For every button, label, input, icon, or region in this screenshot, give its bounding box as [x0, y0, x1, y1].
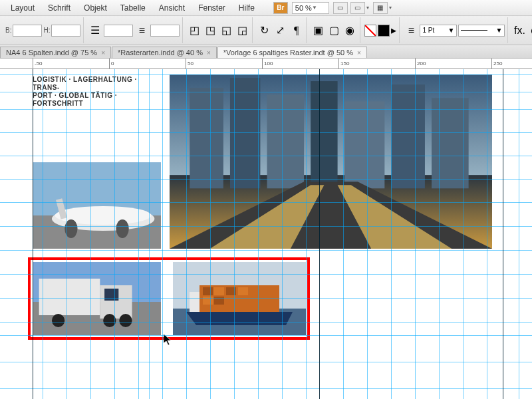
page-edge	[503, 69, 503, 399]
corner-tr-icon[interactable]: ◳	[203, 24, 217, 37]
h-label: H:	[43, 27, 50, 34]
ruler-horizontal[interactable]: -50050100150200250300	[0, 59, 532, 69]
guide-vertical[interactable]	[66, 69, 67, 399]
guide-horizontal[interactable]	[0, 202, 532, 203]
guide-horizontal[interactable]	[0, 335, 532, 336]
fill-none-swatch[interactable]	[364, 25, 376, 37]
guide-horizontal[interactable]	[0, 388, 532, 389]
guide-vertical[interactable]	[415, 69, 416, 399]
guide-vertical[interactable]	[114, 69, 115, 399]
svg-point-6	[116, 219, 128, 238]
view-mode-icon[interactable]: ▭	[333, 2, 348, 14]
guide-vertical[interactable]	[162, 69, 163, 399]
gutter-input[interactable]	[150, 25, 180, 37]
center-icon[interactable]: ◉	[342, 24, 357, 37]
menu-objekt[interactable]: Objekt	[77, 3, 114, 13]
guide-horizontal[interactable]	[0, 132, 532, 133]
menu-layout[interactable]: Layout	[4, 3, 41, 13]
guide-vertical[interactable]	[90, 69, 91, 399]
guide-horizontal[interactable]	[0, 156, 532, 156]
guide-vertical[interactable]	[282, 69, 283, 399]
close-icon[interactable]: ×	[101, 49, 105, 57]
close-icon[interactable]: ×	[357, 49, 361, 57]
align-icon[interactable]: ≡	[134, 24, 149, 37]
corner-tl-icon[interactable]: ◰	[187, 24, 201, 37]
guide-vertical[interactable]	[210, 69, 211, 399]
rotate-icon[interactable]: ↻	[257, 24, 271, 37]
tab-doc-2[interactable]: *Rasterarten.indd @ 40 %×	[112, 47, 217, 58]
guide-horizontal[interactable]	[0, 226, 532, 227]
guide-horizontal[interactable]	[0, 298, 532, 299]
width-input[interactable]	[13, 25, 42, 37]
tab-doc-1[interactable]: NA4 6 Spalten.indd @ 75 %×	[0, 47, 111, 58]
svg-rect-9	[190, 88, 223, 188]
svg-rect-12	[311, 81, 337, 188]
guide-vertical[interactable]	[234, 69, 235, 399]
menu-schrift[interactable]: Schrift	[41, 3, 77, 13]
menu-fenster[interactable]: Fenster	[192, 3, 232, 13]
corner-bl-icon[interactable]: ◱	[219, 24, 233, 37]
guide-vertical[interactable]	[138, 69, 139, 399]
paragraph-icon[interactable]: ¶	[289, 24, 303, 37]
align-left-icon[interactable]: ☰	[88, 24, 102, 37]
effects-icon[interactable]: fx.	[512, 24, 527, 37]
fit-frame-icon[interactable]: ▣	[311, 24, 325, 37]
control-panel: B: H: ☰ ≡ ◰ ◳ ◱ ◲ ↻ ⤢ ¶ ▣ ▢ ◉ ▸ ≡ 1 Pt▼ …	[0, 16, 532, 45]
selection-highlight	[28, 257, 310, 340]
b-label: B:	[5, 27, 11, 34]
guide-horizontal[interactable]	[0, 250, 532, 251]
arrange-icon[interactable]: ▦	[373, 2, 388, 14]
svg-rect-14	[391, 84, 425, 188]
cols-input[interactable]	[104, 25, 133, 37]
guide-horizontal[interactable]	[0, 109, 532, 110]
stroke-swatch[interactable]	[378, 25, 390, 37]
tab-doc-3[interactable]: *Vorlage 6 spaltiges Raster.indt @ 50 %×	[217, 47, 367, 58]
corner-br-icon[interactable]: ◲	[235, 24, 249, 37]
guide-vertical[interactable]	[367, 69, 368, 399]
zoom-level[interactable]: 50 %▼	[292, 2, 329, 14]
guide-vertical[interactable]	[391, 69, 392, 399]
document-tabs: NA4 6 Spalten.indd @ 75 %× *Rasterarten.…	[0, 45, 532, 59]
guide-vertical[interactable]	[149, 69, 150, 399]
guide-vertical[interactable]	[343, 69, 344, 399]
stroke-weight[interactable]: 1 Pt▼	[420, 25, 457, 37]
menu-tabelle[interactable]: Tabelle	[114, 3, 152, 13]
guide-vertical[interactable]	[258, 69, 259, 399]
guide-vertical[interactable]	[43, 69, 43, 399]
svg-rect-13	[344, 101, 385, 188]
height-input[interactable]	[51, 25, 80, 37]
guide-horizontal[interactable]	[0, 74, 532, 75]
close-icon[interactable]: ×	[207, 49, 211, 57]
guide-vertical[interactable]	[186, 69, 187, 399]
page-edge	[33, 69, 33, 399]
guide-vertical[interactable]	[463, 69, 464, 399]
image-plane[interactable]	[33, 162, 161, 249]
stroke-style[interactable]: ▼	[458, 25, 505, 37]
screen-mode-icon[interactable]: ▭	[350, 2, 365, 14]
menu-hilfe[interactable]: Hilfe	[232, 3, 261, 13]
guide-horizontal[interactable]	[0, 362, 532, 362]
stroke-weight-icon: ≡	[404, 24, 418, 37]
page-edge	[319, 69, 320, 399]
shear-icon[interactable]: ⤢	[273, 24, 287, 37]
guide-horizontal[interactable]	[0, 179, 532, 180]
bridge-icon[interactable]: Br	[273, 2, 288, 14]
guide-horizontal[interactable]	[0, 322, 532, 323]
fit-content-icon[interactable]: ▢	[327, 24, 341, 37]
menu-bar: Layout Schrift Objekt Tabelle Ansicht Fe…	[0, 0, 532, 16]
guide-vertical[interactable]	[519, 69, 519, 399]
guide-horizontal[interactable]	[0, 92, 532, 92]
canvas[interactable]: LOGISTIK · LAGERHALTUNG · TRANS- PORT · …	[0, 69, 532, 399]
guide-horizontal[interactable]	[0, 274, 532, 275]
image-city[interactable]	[170, 74, 492, 249]
guide-vertical[interactable]	[439, 69, 440, 399]
opacity-icon[interactable]: ◐	[528, 24, 532, 37]
guide-vertical[interactable]	[487, 69, 487, 399]
guide-vertical[interactable]	[306, 69, 307, 399]
menu-ansicht[interactable]: Ansicht	[152, 3, 192, 13]
